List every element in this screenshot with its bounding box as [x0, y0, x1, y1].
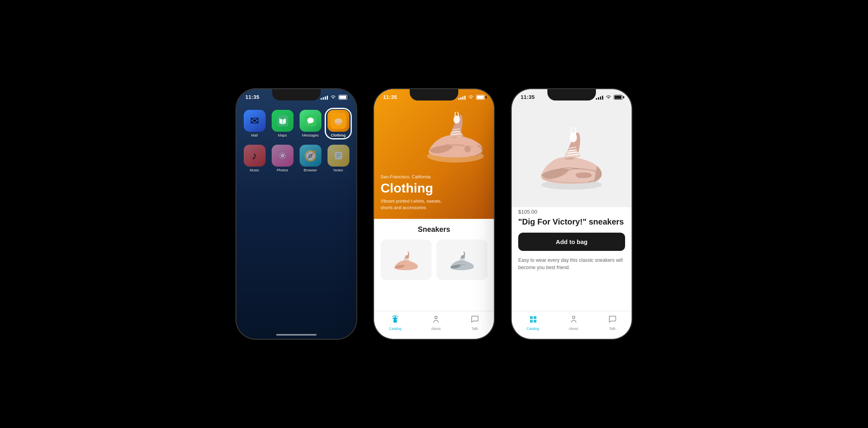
tab-product-catalog[interactable]: Catalog: [527, 315, 539, 331]
photos-icon: [272, 145, 294, 167]
phone-home: 11:35: [236, 88, 357, 340]
product-catalog-tab-icon: [528, 315, 537, 325]
svg-point-17: [405, 252, 408, 255]
time-product: 11:35: [521, 94, 535, 100]
time-catalog: 11:35: [383, 94, 397, 100]
messages-label: Messages: [302, 133, 319, 137]
product-tab-about-label: About: [569, 327, 579, 331]
product-shoe-svg: [531, 118, 612, 191]
status-icons-product: .battery-icon::after { background: #1a1a…: [596, 94, 623, 100]
catalog-screen: 11:35: [374, 89, 494, 339]
battery-icon-catalog: [476, 95, 485, 100]
catalog-hero: 11:35: [374, 89, 494, 219]
tab-product-about[interactable]: About: [569, 315, 579, 331]
home-indicator: [276, 334, 317, 336]
svg-point-14: [453, 116, 460, 124]
product-body: $105.00 "Dig For Victory!" sneakers Add …: [512, 202, 632, 311]
sneaker-card-gray[interactable]: [436, 240, 487, 280]
product-screen: 11:35 .battery-icon::a: [512, 89, 632, 339]
tab-talk-label: Talk: [471, 327, 478, 331]
svg-point-4: [281, 154, 284, 157]
status-icons-home: [321, 94, 347, 100]
notes-label: Notes: [334, 168, 343, 172]
status-bar-product: 11:35 .battery-icon::a: [512, 89, 632, 102]
clothing-app-icon: [328, 110, 349, 132]
signal-icon-catalog: [458, 95, 466, 100]
svg-point-30: [572, 316, 575, 319]
status-bar-catalog: 11:35: [374, 89, 494, 102]
tab-catalog-label: Catalog: [389, 327, 402, 331]
product-about-tab-icon: [569, 315, 578, 325]
app-icon-clothing[interactable]: Clothing: [327, 110, 350, 137]
music-icon: ♪: [244, 145, 266, 167]
status-icons-catalog: [458, 94, 485, 100]
product-image-area: [512, 102, 632, 207]
talk-tab-icon: [470, 315, 479, 325]
tab-product-talk[interactable]: Talk: [608, 315, 617, 331]
app-icon-mail[interactable]: ✉ Mail: [243, 110, 266, 137]
sneakers-section-title: Sneakers: [381, 225, 487, 234]
svg-rect-23: [435, 318, 437, 319]
product-price: $105.00: [518, 209, 625, 215]
battery-icon-product: .battery-icon::after { background: #1a1a…: [614, 95, 623, 100]
app-icon-messages[interactable]: Messages: [299, 110, 322, 137]
maps-icon: [272, 110, 294, 132]
catalog-tab-icon: [391, 315, 400, 325]
tab-bar-catalog: Catalog About Talk: [374, 311, 494, 339]
hero-location: San-Francisco, California: [381, 174, 445, 179]
tab-catalog-about[interactable]: About: [431, 315, 441, 331]
hero-text-area: San-Francisco, California Clothing Vibra…: [381, 174, 445, 211]
browser-label: Browser: [304, 168, 317, 172]
maps-label: Maps: [278, 133, 287, 137]
battery-icon-home: [338, 95, 347, 100]
wifi-icon-catalog: [468, 94, 474, 100]
app-icon-photos[interactable]: Photos: [271, 145, 294, 172]
music-label: Music: [250, 168, 260, 172]
product-description: Easy to wear every day this classic snea…: [518, 257, 625, 271]
signal-icon-home: [321, 95, 328, 100]
status-bar-home: 11:35: [236, 89, 356, 102]
product-name: "Dig For Victory!" sneakers: [518, 216, 625, 227]
time-home: 11:35: [245, 94, 260, 100]
phone-product: 11:35 .battery-icon::a: [511, 88, 632, 340]
product-tab-talk-label: Talk: [609, 327, 615, 331]
app-icon-notes[interactable]: Notes: [327, 145, 350, 172]
catalog-body: Sneakers: [374, 219, 494, 311]
tab-about-label: About: [431, 327, 441, 331]
tab-catalog-talk[interactable]: Talk: [470, 315, 479, 331]
hero-shoe-image: [421, 101, 490, 166]
product-tab-catalog-label: Catalog: [527, 327, 539, 331]
svg-rect-21: [394, 320, 397, 323]
tab-bar-product: Catalog About Talk: [512, 311, 632, 339]
browser-icon: 🧭: [300, 145, 321, 167]
wifi-icon-product: [606, 94, 611, 100]
wifi-icon-home: [330, 94, 336, 100]
app-icon-browser[interactable]: 🧭 Browser: [299, 145, 322, 172]
hero-title: Clothing: [381, 181, 445, 196]
mail-label: Mail: [251, 133, 258, 137]
app-icon-music[interactable]: ♪ Music: [243, 145, 266, 172]
phone-catalog: 11:35: [373, 88, 495, 340]
notes-icon: [328, 145, 349, 167]
tab-catalog-catalog[interactable]: Catalog: [389, 315, 402, 331]
sneaker-card-pink[interactable]: [381, 240, 432, 280]
signal-icon-product: [596, 95, 603, 100]
svg-point-20: [461, 252, 464, 255]
add-to-bag-button[interactable]: Add to bag: [518, 233, 625, 251]
clothing-label: Clothing: [331, 133, 346, 137]
app-icon-maps[interactable]: Maps: [271, 110, 294, 137]
photos-label: Photos: [277, 168, 288, 172]
app-grid: ✉ Mail Maps: [236, 102, 356, 180]
about-tab-icon: [432, 315, 440, 325]
product-talk-tab-icon: [608, 315, 617, 325]
mail-icon: ✉: [244, 110, 266, 132]
hero-subtitle: Vibrant printed t-shirts, sweats, shorts…: [381, 198, 445, 211]
messages-icon: [300, 110, 321, 132]
svg-point-13: [464, 146, 471, 152]
sneaker-grid: [381, 240, 487, 280]
home-screen: 11:35: [236, 89, 356, 339]
